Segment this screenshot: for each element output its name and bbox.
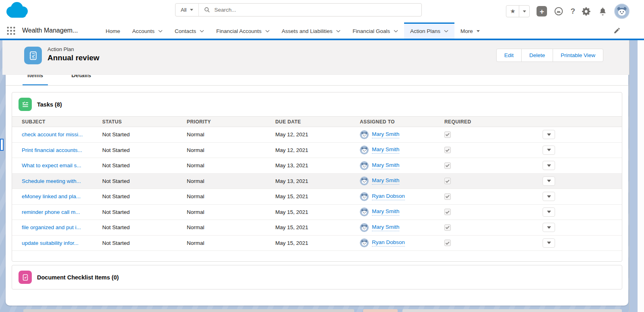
nav-tab-assets-and-liabilities[interactable]: Assets and Liabilities [276,23,347,39]
astro-avatar-icon [360,146,369,154]
caret-down-icon [477,30,480,32]
tasks-table-header: SUBJECTSTATUSPRIORITYDUE DATEASSIGNED TO… [12,116,622,127]
record-action-buttons: EditDeletePrintable View [497,49,603,62]
nav-tab-accounts[interactable]: Accounts [126,23,169,39]
assignee-link[interactable]: Mary Smith [372,177,399,185]
tab-details[interactable]: Details [66,75,96,86]
assignee-link[interactable]: Ryan Dobson [372,239,405,246]
background-window-artifact [23,309,354,312]
favorites-list-button[interactable] [519,6,529,17]
row-actions-button[interactable] [543,161,555,170]
assignee-link[interactable]: Mary Smith [372,146,399,154]
nav-tab-label: Home [105,28,120,34]
magnifier-icon [204,7,210,13]
required-checkbox [444,147,451,153]
task-subject-link[interactable]: eMoney linked and pla... [22,193,80,199]
row-actions-button[interactable] [543,177,555,186]
check-icon [445,225,449,229]
task-subject-link[interactable]: update suitability infor... [22,240,78,246]
task-subject-link[interactable]: check account for missi... [22,131,83,138]
astro-avatar-icon [360,238,369,247]
row-actions-button[interactable] [543,223,555,232]
task-subject-link[interactable]: reminder phone call m... [22,209,80,215]
edit-navigation-button[interactable] [613,23,621,39]
caret-down-icon [547,149,551,151]
assignee-link[interactable]: Mary Smith [372,131,399,138]
search-scope-dropdown[interactable]: All [175,4,199,16]
nav-tab-more[interactable]: More [454,23,486,39]
assignee-link[interactable]: Mary Smith [372,208,399,216]
check-icon [445,179,449,183]
task-due-date: May 15, 2021 [275,224,360,230]
check-icon [445,163,449,167]
nav-tab-label: Assets and Liabilities [282,28,332,34]
astro-avatar-icon [360,177,369,185]
row-actions-button[interactable] [543,146,555,155]
required-checkbox [444,162,451,169]
task-due-date: May 13, 2021 [275,178,360,184]
nav-tabs: HomeAccountsContactsFinancial AccountsAs… [99,23,485,39]
nav-tab-label: Financial Goals [353,28,390,34]
task-priority: Normal [187,193,275,199]
caret-down-icon [547,164,551,167]
quick-add-button[interactable]: + [537,6,547,16]
task-list-icon [19,98,32,111]
task-priority: Normal [187,240,275,246]
nav-tab-home[interactable]: Home [99,23,126,39]
row-actions-button[interactable] [543,207,555,217]
required-checkbox [444,240,451,246]
task-row: eMoney linked and pla...Not StartedNorma… [12,189,622,205]
row-actions-button[interactable] [543,130,555,139]
assignee-link[interactable]: Mary Smith [372,224,399,231]
guidance-center-icon [554,6,564,16]
task-subject-link[interactable]: Print financial accounts... [22,147,82,153]
favorites-button-group: ★ [506,5,530,17]
nav-tab-financial-accounts[interactable]: Financial Accounts [210,23,276,39]
search-input[interactable]: Search... [199,7,421,13]
assignee-link[interactable]: Ryan Dobson [372,193,405,200]
nav-tab-label: More [460,28,473,34]
delete-button[interactable]: Delete [521,49,553,62]
checklist-icon [19,271,32,284]
record-content-panel: ItemsDetails Tasks (8) SUBJECTSTATUSPRIO… [6,75,628,306]
astro-avatar-icon [360,161,369,170]
task-status: Not Started [102,224,187,230]
check-icon [445,241,449,245]
user-profile-avatar[interactable] [614,4,630,19]
chevron-down-icon [444,30,448,33]
setup-button[interactable] [582,7,591,16]
task-status: Not Started [102,178,187,184]
astro-avatar-icon [360,130,369,139]
record-tabs: ItemsDetails [6,75,628,86]
printable-view-button[interactable]: Printable View [553,49,603,62]
task-due-date: May 12, 2021 [275,147,360,153]
notifications-button[interactable] [598,7,607,16]
task-subject-link[interactable]: What to expect email s... [22,162,81,168]
edit-button[interactable]: Edit [496,49,522,62]
task-subject-link[interactable]: Schedule meeting with... [22,178,81,184]
task-subject-link[interactable]: file organized and put i... [22,224,81,230]
row-actions-button[interactable] [543,192,555,201]
column-header-status: STATUS [102,119,187,125]
assignee-avatar [360,223,369,232]
app-name[interactable]: Wealth Managem... [22,23,78,39]
favorites-star-button[interactable]: ★ [506,6,519,17]
caret-down-icon [547,242,551,244]
help-button[interactable]: ? [570,7,575,16]
nav-tab-financial-goals[interactable]: Financial Goals [347,23,404,39]
vertical-scrollbar[interactable] [629,40,638,312]
nav-tab-contacts[interactable]: Contacts [169,23,210,39]
nav-tab-action-plans[interactable]: Action Plans [404,23,454,39]
app-navigation-bar: Wealth Managem... HomeAccountsContactsFi… [0,23,644,39]
app-launcher-button[interactable] [6,23,16,39]
task-priority: Normal [187,131,275,138]
tab-items[interactable]: Items [23,75,48,86]
guidance-center-button[interactable] [554,6,564,16]
row-actions-button[interactable] [543,238,555,248]
search-placeholder: Search... [214,7,236,13]
check-icon [445,148,449,152]
assignee-link[interactable]: Mary Smith [372,162,399,169]
caret-down-icon [547,211,551,213]
record-page-header: Action Plan Annual review EditDeletePrin… [2,40,629,75]
global-search[interactable]: All Search... [175,3,422,16]
